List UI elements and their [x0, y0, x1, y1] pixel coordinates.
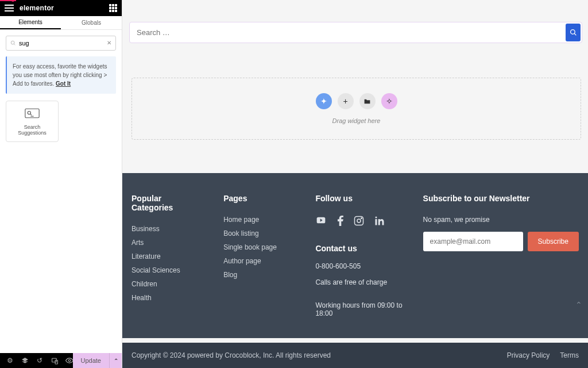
tip-box: For easy access, favorite the widgets yo… — [6, 56, 116, 94]
svg-point-0 — [11, 41, 14, 44]
widget-search: ✕ — [0, 30, 122, 56]
history-icon[interactable]: ↺ — [32, 353, 47, 368]
footer-cat-link[interactable]: Social Sciences — [131, 266, 204, 274]
youtube-icon[interactable] — [315, 216, 327, 229]
footer-page-link[interactable]: Blog — [223, 271, 296, 279]
magic-icon[interactable]: ✦ — [316, 93, 332, 109]
svg-point-8 — [68, 359, 71, 362]
svg-point-13 — [357, 219, 361, 223]
dropzone[interactable]: ✦ + ✧ Drag widget here — [131, 78, 581, 140]
facebook-icon[interactable] — [337, 216, 343, 229]
clear-icon[interactable]: ✕ — [107, 40, 111, 46]
tab-globals[interactable]: Globals — [61, 16, 122, 29]
footer-sub-note: No spam, we promise — [423, 216, 579, 224]
add-icon[interactable]: + — [338, 93, 354, 109]
update-caret[interactable]: ⌃ — [109, 353, 122, 368]
footer-hours: Working hours from 09:00 to 18:00 — [315, 301, 403, 317]
subscribe-button[interactable]: Subscribe — [528, 232, 579, 251]
apps-icon[interactable] — [109, 4, 117, 12]
svg-line-10 — [574, 33, 576, 35]
search-icon — [10, 40, 16, 46]
instagram-icon[interactable] — [354, 216, 364, 229]
footer-bottom-bar: Copyright © 2024 powered by Crocoblock, … — [122, 343, 588, 368]
footer-page-link[interactable]: Author page — [223, 257, 296, 265]
privacy-link[interactable]: Privacy Policy — [507, 351, 550, 359]
footer-page-link[interactable]: Home page — [223, 216, 296, 224]
footer-pages-title: Pages — [223, 194, 296, 203]
widget-icon — [25, 108, 40, 118]
copyright: Copyright © 2024 powered by Crocoblock, … — [131, 351, 331, 359]
sidebar: elementor Elements Globals ✕ For easy ac… — [0, 0, 122, 368]
footer-page-link[interactable]: Book listing — [223, 229, 296, 237]
svg-point-3 — [28, 112, 30, 114]
dropzone-actions: ✦ + ✧ — [316, 93, 397, 109]
sidebar-tabs: Elements Globals — [0, 16, 122, 30]
tip-gotit[interactable]: Got It — [56, 80, 71, 87]
page-footer: Popular Categories Business Arts Literat… — [122, 173, 588, 338]
footer-page-link[interactable]: Single book page — [223, 243, 296, 251]
footer-cat-link[interactable]: Literature — [131, 252, 204, 260]
footer-contact-title: Contact us — [315, 244, 403, 253]
svg-line-4 — [30, 114, 32, 115]
footer-calls: Calls are free of charge — [315, 278, 403, 286]
search-input[interactable] — [6, 36, 116, 51]
page-search-button[interactable] — [566, 24, 581, 41]
svg-rect-15 — [376, 219, 377, 225]
footer-sub-title: Subscribe to our Newsletter — [423, 194, 579, 203]
svg-point-16 — [376, 217, 377, 218]
footer-cat-link[interactable]: Health — [131, 294, 204, 302]
footer-cat-link[interactable]: Children — [131, 280, 204, 288]
widget-label: Search Suggestions — [11, 124, 53, 136]
footer-phone: 0-800-600-505 — [315, 262, 403, 270]
svg-point-9 — [570, 30, 575, 34]
terms-link[interactable]: Terms — [560, 351, 579, 359]
footer-cat-link[interactable]: Business — [131, 225, 204, 233]
footer-follow-title: Follow us — [315, 194, 403, 203]
settings-icon[interactable]: ⚙ — [2, 353, 17, 368]
menu-icon[interactable] — [5, 5, 14, 12]
sidebar-header: elementor — [0, 0, 122, 16]
page-search-bar — [129, 22, 582, 43]
widget-search-suggestions[interactable]: Search Suggestions — [6, 101, 59, 142]
svg-point-14 — [361, 218, 362, 219]
svg-line-1 — [14, 44, 15, 45]
search-icon — [570, 29, 577, 36]
bottom-bar: ⚙ ↺ Update ⌃ — [0, 353, 122, 368]
newsletter-email-input[interactable] — [423, 232, 523, 251]
footer-cat-title: Popular Categories — [131, 194, 204, 212]
footer-cat-link[interactable]: Arts — [131, 239, 204, 247]
tab-elements[interactable]: Elements — [0, 16, 61, 29]
page-search-input[interactable] — [131, 24, 566, 41]
layers-icon[interactable] — [17, 353, 32, 368]
update-button[interactable]: Update — [73, 353, 109, 368]
dropzone-hint: Drag widget here — [332, 117, 381, 124]
linkedin-icon[interactable] — [374, 216, 385, 229]
scroll-top-icon[interactable]: ⌃ — [575, 300, 582, 309]
responsive-icon[interactable] — [47, 353, 62, 368]
ai-icon[interactable]: ✧ — [381, 93, 397, 109]
folder-icon[interactable] — [359, 93, 376, 109]
brand-logo: elementor — [20, 4, 54, 12]
